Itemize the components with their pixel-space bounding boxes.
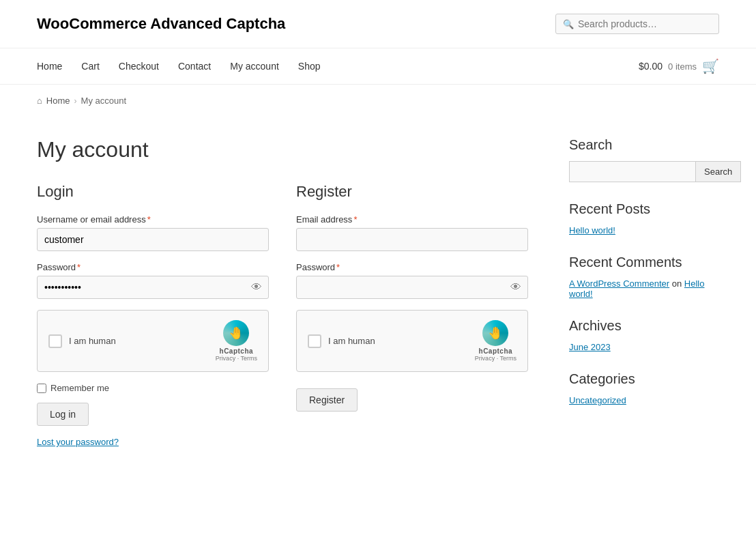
remember-me-checkbox[interactable] <box>37 384 46 393</box>
email-label: Email address* <box>296 214 528 225</box>
sidebar-search-input[interactable] <box>569 161 695 182</box>
recent-post-hello-world[interactable]: Hello world! <box>569 225 719 235</box>
commenter-link[interactable]: A WordPress Commenter <box>569 278 669 289</box>
captcha-links: Privacy · Terms <box>216 355 257 362</box>
site-title: WooCommerce Advanced Captcha <box>37 15 285 33</box>
sidebar-archives-title: Archives <box>569 318 719 334</box>
main-layout: My account Login Username or email addre… <box>0 117 756 468</box>
sidebar-recent-comments: Recent Comments A WordPress Commenter on… <box>569 255 719 299</box>
register-captcha-terms-link[interactable]: Terms <box>500 355 517 362</box>
nav-checkout[interactable]: Checkout <box>119 61 159 72</box>
cart-area: $0.00 0 items 🛒 <box>639 58 719 74</box>
nav-shop[interactable]: Shop <box>298 61 321 72</box>
remember-me-label: Remember me <box>50 383 109 393</box>
page-title: My account <box>37 137 528 162</box>
sidebar-archives: Archives June 2023 <box>569 318 719 352</box>
login-password-input[interactable] <box>37 276 269 299</box>
sidebar-search-title: Search <box>569 137 719 153</box>
login-button[interactable]: Log in <box>37 403 89 426</box>
breadcrumb: ⌂ Home › My account <box>0 85 756 117</box>
nav-home[interactable]: Home <box>37 61 62 72</box>
captcha-brand: hCaptcha <box>216 347 257 355</box>
main-content: My account Login Username or email addre… <box>37 137 528 447</box>
register-captcha-logo: 🤚 hCaptcha Privacy · Terms <box>475 320 517 362</box>
cart-price: $0.00 <box>639 61 663 72</box>
archive-june-2023[interactable]: June 2023 <box>569 342 719 352</box>
home-icon: ⌂ <box>37 96 42 106</box>
breadcrumb-separator: › <box>74 96 77 106</box>
nav-cart[interactable]: Cart <box>81 61 99 72</box>
nav-contact[interactable]: Contact <box>178 61 211 72</box>
login-title: Login <box>37 183 269 201</box>
nav-my-account[interactable]: My account <box>230 61 279 72</box>
register-title: Register <box>296 183 528 201</box>
register-captcha-left: I am human <box>308 334 375 348</box>
login-captcha-widget[interactable]: I am human 🤚 hCaptcha Privacy · Terms <box>37 310 269 372</box>
header: WooCommerce Advanced Captcha 🔍 Home Cart… <box>0 0 756 85</box>
email-input[interactable] <box>296 228 528 251</box>
register-captcha-checkbox[interactable] <box>308 334 321 348</box>
captcha-logo-image: 🤚 <box>223 320 249 346</box>
register-form: Register Email address* Password* 👁 <box>296 183 528 447</box>
register-captcha-hand-icon: 🤚 <box>488 326 503 341</box>
email-group: Email address* <box>296 214 528 251</box>
nav: Home Cart Checkout Contact My account Sh… <box>0 48 756 85</box>
register-password-wrapper: 👁 <box>296 276 528 299</box>
cart-icon[interactable]: 🛒 <box>702 58 719 74</box>
register-captcha-label: I am human <box>328 336 375 346</box>
register-button[interactable]: Register <box>296 388 358 412</box>
sidebar-recent-posts: Recent Posts Hello world! <box>569 201 719 235</box>
register-captcha-brand: hCaptcha <box>475 347 517 355</box>
register-captcha-logo-image: 🤚 <box>482 320 508 346</box>
category-uncategorized[interactable]: Uncategorized <box>569 395 719 405</box>
sidebar-search-button[interactable]: Search <box>695 161 741 182</box>
header-search-form[interactable]: 🔍 <box>555 14 719 34</box>
cart-items: 0 items <box>668 61 697 72</box>
sidebar-categories: Categories Uncategorized <box>569 371 719 405</box>
breadcrumb-home-link[interactable]: Home <box>46 96 70 106</box>
comment-on-text: on <box>672 278 684 289</box>
sidebar-recent-comments-title: Recent Comments <box>569 255 719 270</box>
register-captcha-widget[interactable]: I am human 🤚 hCaptcha Privacy · Terms <box>296 310 528 372</box>
header-search-input[interactable] <box>578 18 712 29</box>
login-password-wrapper: 👁 <box>37 276 269 299</box>
register-password-toggle-icon[interactable]: 👁 <box>510 281 521 293</box>
register-password-label: Password* <box>296 262 528 272</box>
login-form: Login Username or email address* Passwor… <box>37 183 269 447</box>
sidebar-categories-title: Categories <box>569 371 719 387</box>
captcha-checkbox[interactable] <box>48 334 62 348</box>
register-password-input[interactable] <box>296 276 528 299</box>
username-label: Username or email address* <box>37 214 269 225</box>
nav-links: Home Cart Checkout Contact My account Sh… <box>37 61 321 72</box>
sidebar-search-section: Search Search <box>569 137 719 182</box>
sidebar-recent-posts-title: Recent Posts <box>569 201 719 217</box>
captcha-logo: 🤚 hCaptcha Privacy · Terms <box>216 320 257 362</box>
login-password-group: Password* 👁 <box>37 262 269 299</box>
register-captcha-privacy-link[interactable]: Privacy <box>475 355 495 362</box>
sidebar: Search Search Recent Posts Hello world! … <box>569 137 719 447</box>
captcha-label: I am human <box>69 336 116 346</box>
captcha-terms-link[interactable]: Terms <box>241 355 258 362</box>
captcha-left: I am human <box>48 334 116 348</box>
sidebar-comment-text: A WordPress Commenter on Hello world! <box>569 278 719 299</box>
username-group: Username or email address* <box>37 214 269 251</box>
captcha-privacy-link[interactable]: Privacy <box>216 355 236 362</box>
breadcrumb-current: My account <box>81 96 126 106</box>
password-toggle-icon[interactable]: 👁 <box>251 281 262 293</box>
sidebar-search-form: Search <box>569 161 719 182</box>
captcha-hand-icon: 🤚 <box>229 326 244 341</box>
remember-me-group: Remember me <box>37 383 269 393</box>
login-password-label: Password* <box>37 262 269 272</box>
register-password-group: Password* 👁 <box>296 262 528 299</box>
lost-password-link[interactable]: Lost your password? <box>37 437 269 447</box>
register-captcha-links: Privacy · Terms <box>475 355 517 362</box>
search-icon-header: 🔍 <box>563 19 574 29</box>
username-input[interactable] <box>37 228 269 251</box>
form-columns: Login Username or email address* Passwor… <box>37 183 528 447</box>
